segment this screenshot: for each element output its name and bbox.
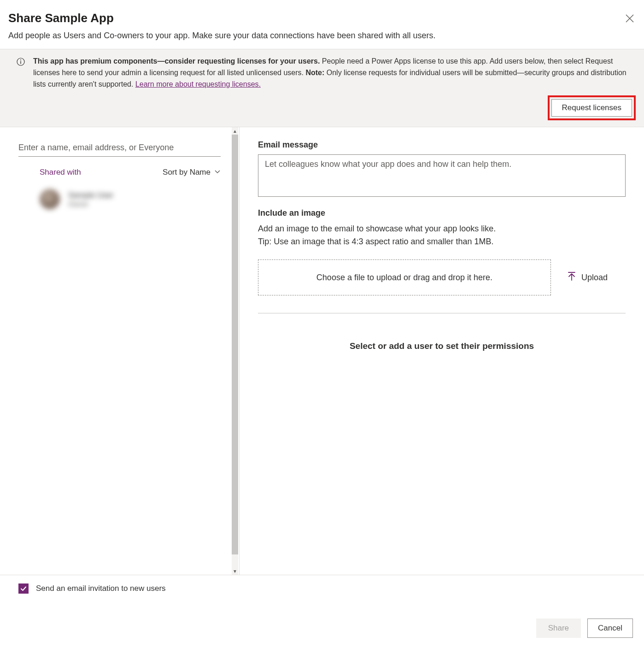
dialog-title: Share Sample App	[8, 11, 114, 25]
email-invite-label: Send an email invitation to new users	[36, 584, 166, 593]
scroll-up-icon[interactable]: ▲	[232, 127, 238, 135]
close-icon	[626, 14, 634, 23]
include-image-label: Include an image	[258, 208, 626, 218]
svg-point-1	[20, 59, 21, 60]
user-role: Owner	[68, 200, 113, 208]
scroll-down-icon[interactable]: ▼	[232, 567, 238, 575]
upload-label: Upload	[581, 273, 608, 283]
include-image-desc: Add an image to the email to showcase wh…	[258, 223, 626, 248]
request-licenses-button[interactable]: Request licenses	[551, 99, 632, 117]
request-licenses-highlight: Request licenses	[548, 95, 636, 120]
image-desc-line-2: Tip: Use an image that is 4:3 aspect rat…	[258, 236, 626, 248]
divider	[258, 313, 626, 313]
left-panel: Shared with Sort by Name Sample User Own…	[0, 127, 240, 575]
upload-icon	[568, 272, 576, 283]
dialog-subtitle: Add people as Users and Co-owners to you…	[0, 31, 644, 49]
permissions-prompt: Select or add a user to set their permis…	[258, 341, 626, 351]
banner-text: This app has premium components—consider…	[33, 56, 636, 90]
chevron-down-icon	[214, 169, 221, 176]
scrollbar[interactable]: ▲ ▼	[232, 127, 238, 575]
email-message-input[interactable]	[258, 154, 626, 197]
sort-by-label: Sort by Name	[163, 168, 211, 177]
user-name: Sample User	[68, 191, 113, 200]
cancel-button[interactable]: Cancel	[587, 619, 633, 638]
scroll-thumb[interactable]	[232, 135, 238, 554]
banner-note-label: Note:	[305, 69, 324, 77]
shared-with-label: Shared with	[40, 168, 81, 177]
banner-learn-more-link[interactable]: Learn more about requesting licenses.	[135, 80, 261, 88]
svg-rect-2	[20, 61, 21, 64]
email-invite-checkbox[interactable]	[18, 583, 29, 594]
right-panel: Email message Include an image Add an im…	[240, 127, 644, 575]
avatar	[40, 189, 60, 209]
banner-bold: This app has premium components—consider…	[33, 57, 320, 65]
people-input[interactable]	[18, 139, 221, 157]
email-message-label: Email message	[258, 140, 626, 150]
image-desc-line-1: Add an image to the email to showcase wh…	[258, 223, 626, 236]
share-button[interactable]: Share	[536, 619, 581, 638]
shared-user-row[interactable]: Sample User Owner	[0, 181, 239, 214]
upload-button[interactable]: Upload	[568, 272, 608, 283]
dropzone-text: Choose a file to upload or drag and drop…	[316, 273, 492, 283]
close-button[interactable]	[624, 12, 636, 24]
file-dropzone[interactable]: Choose a file to upload or drag and drop…	[258, 259, 551, 295]
info-icon	[17, 58, 25, 66]
sort-by-button[interactable]: Sort by Name	[163, 168, 221, 177]
license-banner: This app has premium components—consider…	[0, 49, 644, 127]
